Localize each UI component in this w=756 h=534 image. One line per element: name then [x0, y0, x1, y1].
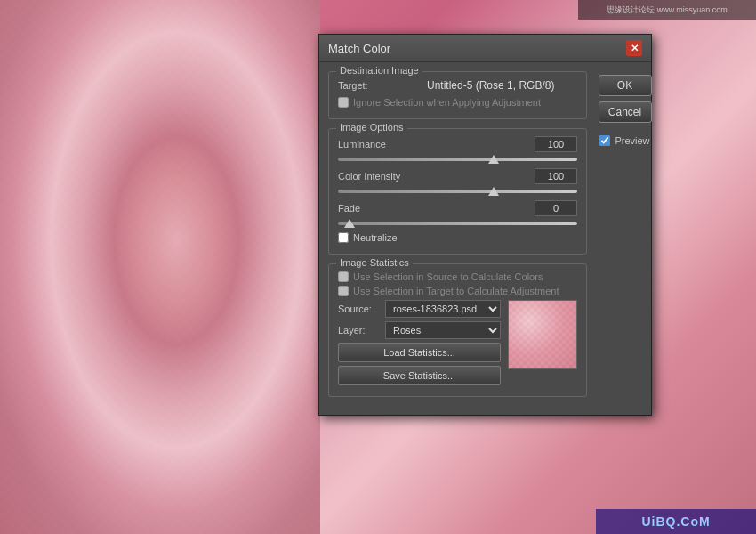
fade-row: Fade — [338, 200, 577, 216]
color-intensity-row: Color Intensity — [338, 168, 577, 184]
use-selection-source-row: Use Selection in Source to Calculate Col… — [338, 271, 577, 282]
neutralize-row: Neutralize — [338, 232, 577, 243]
use-selection-source-label: Use Selection in Source to Calculate Col… — [353, 271, 543, 282]
ignore-selection-label: Ignore Selection when Applying Adjustmen… — [353, 97, 541, 108]
luminance-input[interactable] — [535, 136, 577, 152]
image-statistics-section: Image Statistics Use Selection in Source… — [328, 263, 587, 397]
match-color-dialog: Match Color ✕ Destination Image Target: … — [318, 34, 652, 416]
dialog-title: Match Color — [328, 42, 390, 55]
luminance-slider-track[interactable] — [338, 158, 577, 161]
fade-slider-track[interactable] — [338, 222, 577, 225]
fade-slider-container — [338, 222, 577, 225]
luminance-row: Luminance — [338, 136, 577, 152]
cancel-button[interactable]: Cancel — [599, 101, 652, 123]
use-selection-source-checkbox[interactable] — [338, 271, 349, 282]
dialog-titlebar: Match Color ✕ — [319, 35, 651, 62]
source-label: Source: — [338, 303, 378, 314]
neutralize-label: Neutralize — [353, 232, 398, 243]
layer-row: Layer: Roses — [338, 321, 501, 339]
action-buttons: Load Statistics... Save Statistics... — [338, 343, 501, 389]
save-statistics-button[interactable]: Save Statistics... — [338, 366, 501, 385]
thumbnail-image — [509, 301, 576, 368]
close-button[interactable]: ✕ — [626, 40, 642, 56]
color-intensity-input[interactable] — [535, 168, 577, 184]
source-dropdown[interactable]: roses-1836823.psd — [385, 300, 501, 318]
color-intensity-slider-container — [338, 190, 577, 193]
source-row: Source: roses-1836823.psd — [338, 300, 501, 318]
load-statistics-button[interactable]: Load Statistics... — [338, 343, 501, 362]
luminance-slider-thumb[interactable] — [488, 155, 499, 164]
destination-image-section: Destination Image Target: Untitled-5 (Ro… — [328, 71, 587, 119]
preview-row: Preview — [599, 135, 649, 146]
ignore-selection-row: Ignore Selection when Applying Adjustmen… — [338, 97, 577, 108]
target-value: Untitled-5 (Rose 1, RGB/8) — [427, 79, 554, 92]
luminance-label: Luminance — [338, 139, 427, 150]
color-intensity-label: Color Intensity — [338, 171, 427, 182]
fade-slider-thumb[interactable] — [344, 219, 355, 228]
watermark-bottom: UiBQ.CoM — [596, 509, 756, 534]
watermark-top: 思缘设计论坛 www.missyuan.com — [578, 0, 756, 20]
color-intensity-slider-thumb[interactable] — [488, 187, 499, 196]
ok-button[interactable]: OK — [599, 75, 652, 96]
image-options-section: Image Options Luminance Color Intensity — [328, 128, 587, 255]
preview-container: Preview — [599, 135, 649, 146]
target-row: Target: Untitled-5 (Rose 1, RGB/8) — [338, 79, 577, 92]
dialog-body: Destination Image Target: Untitled-5 (Ro… — [319, 62, 651, 415]
image-statistics-label: Image Statistics — [336, 257, 413, 268]
use-selection-target-row: Use Selection in Target to Calculate Adj… — [338, 286, 577, 296]
image-options-label: Image Options — [336, 122, 407, 133]
use-selection-target-label: Use Selection in Target to Calculate Adj… — [353, 286, 559, 296]
ignore-selection-checkbox[interactable] — [338, 97, 349, 108]
color-intensity-slider-track[interactable] — [338, 190, 577, 193]
layer-dropdown[interactable]: Roses — [385, 321, 501, 339]
luminance-slider-container — [338, 158, 577, 161]
fade-input[interactable] — [535, 200, 577, 216]
dialog-buttons: OK Cancel Preview — [596, 71, 654, 406]
preview-checkbox[interactable] — [599, 135, 610, 146]
neutralize-checkbox[interactable] — [338, 232, 349, 243]
rose-image — [0, 0, 320, 534]
layer-label: Layer: — [338, 325, 378, 336]
use-selection-target-checkbox[interactable] — [338, 286, 349, 296]
dialog-main: Destination Image Target: Untitled-5 (Ro… — [328, 71, 587, 406]
stats-controls: Source: roses-1836823.psd Layer: Roses — [338, 300, 501, 389]
destination-section-label: Destination Image — [336, 65, 422, 76]
fade-label: Fade — [338, 203, 427, 214]
stats-bottom: Source: roses-1836823.psd Layer: Roses — [338, 300, 577, 389]
preview-label: Preview — [615, 135, 649, 146]
target-label: Target: — [338, 80, 427, 91]
source-thumbnail — [508, 300, 577, 369]
